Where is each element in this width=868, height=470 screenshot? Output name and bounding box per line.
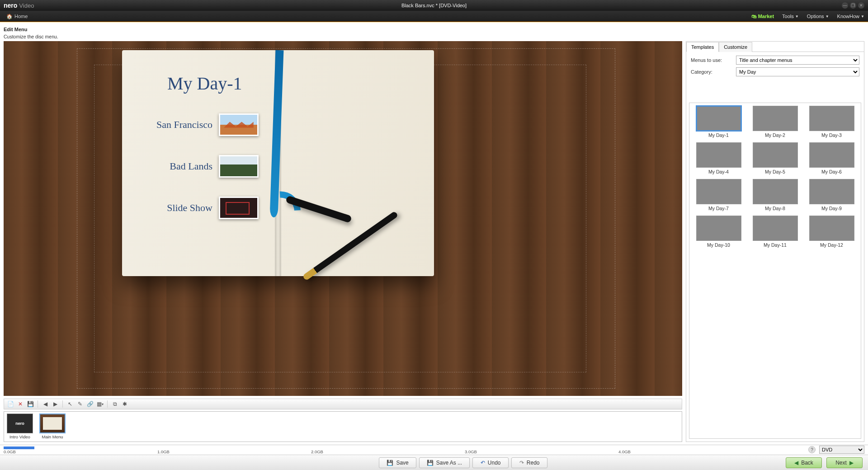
knowhow-menu[interactable]: KnowHow ▼ [837,14,864,19]
template-thumbnail [696,142,741,168]
menu-item-3[interactable]: Slide Show [154,197,259,219]
action-bar: 💾 Save 💾 Save As ... ↶ Undo ↷ Redo ◀ Bac… [0,455,868,470]
menu-item-thumbnail [219,197,259,219]
disc-format-select[interactable]: DVD [819,446,864,454]
menus-to-use-select[interactable]: Title and chapter menus [736,56,859,65]
page-heading: Edit Menu Customize the disc menu. [0,22,868,41]
strip-item-intro[interactable]: nero Intro Video [6,414,34,440]
template-label: My Day-3 [821,132,842,138]
template-item-10[interactable]: My Day-10 [693,216,744,248]
menu-item-thumbnail [219,155,259,178]
template-thumbnail [753,142,798,168]
new-button[interactable]: 📄 [6,400,15,408]
save-icon: 💾 [387,460,393,466]
template-item-8[interactable]: My Day-8 [750,179,801,211]
template-grid: My Day-1My Day-2My Day-3My Day-4My Day-5… [689,103,861,439]
market-button[interactable]: 🛍 Market [751,14,774,19]
next-icon: ▶ [849,460,854,466]
title-bar: nero Video Black Bars.nvc * [DVD-Video] … [0,0,868,11]
save-as-label: Save As ... [436,460,462,466]
capacity-tick: 0.0GB [4,449,16,454]
template-label: My Day-12 [820,242,843,248]
save-disk-button[interactable]: 💾 [26,400,35,408]
action-group-nav: ◀ Back Next ▶ [786,457,863,468]
nav-next-button[interactable]: ▶ [51,400,60,408]
document-title: Black Bars.nvc * [DVD-Video] [401,3,467,8]
template-thumbnail [809,106,854,131]
nav-prev-button[interactable]: ◀ [41,400,50,408]
menu-item-label: San Francisco [154,119,212,131]
delete-button[interactable]: ✕ [16,400,25,408]
capacity-tick: 3.0GB [465,449,477,454]
chevron-down-icon: ▼ [826,14,829,19]
grid-tool[interactable]: ▦▾ [95,400,104,408]
preview-column: My Day-1 San Francisco Bad Lands Slide S… [4,41,682,442]
category-label: Category: [691,69,736,75]
template-label: My Day-7 [708,206,729,211]
template-label: My Day-11 [764,242,787,248]
undo-icon: ↶ [481,460,485,466]
effects-tool[interactable]: ✱ [120,400,129,408]
redo-icon: ↷ [519,460,524,466]
template-item-6[interactable]: My Day-6 [806,142,857,174]
menu-title-text[interactable]: My Day-1 [167,73,242,94]
strip-thumbnail: nero [7,414,33,433]
template-label: My Day-8 [765,206,785,211]
tools-menu[interactable]: Tools ▼ [782,14,799,19]
template-item-5[interactable]: My Day-5 [750,142,801,174]
group-tool[interactable]: ⧉ [110,400,119,408]
template-item-3[interactable]: My Day-3 [806,106,857,138]
category-select[interactable]: My Day [736,67,859,76]
redo-button[interactable]: ↷ Redo [511,457,547,468]
template-thumbnail [753,216,798,241]
menu-preview[interactable]: My Day-1 San Francisco Bad Lands Slide S… [4,41,682,396]
link-tool[interactable]: 🔗 [85,400,94,408]
template-item-1[interactable]: My Day-1 [693,106,744,138]
menu-item-1[interactable]: San Francisco [154,113,259,136]
template-item-2[interactable]: My Day-2 [750,106,801,138]
action-group-center: 💾 Save 💾 Save As ... ↶ Undo ↷ Redo [379,457,547,468]
menu-item-2[interactable]: Bad Lands [154,155,259,178]
page-subtitle: Customize the disc menu. [4,34,864,39]
separator [62,400,63,408]
next-button[interactable]: Next ▶ [826,457,863,468]
template-item-7[interactable]: My Day-7 [693,179,744,211]
tab-customize[interactable]: Customize [719,42,752,52]
help-icon[interactable]: ? [808,446,816,453]
page-title: Edit Menu [4,27,864,32]
menu-item-label: Bad Lands [154,160,212,172]
book-graphic: My Day-1 San Francisco Bad Lands Slide S… [122,50,434,276]
close-icon[interactable]: ✕ [858,2,864,9]
save-as-button[interactable]: 💾 Save As ... [419,457,470,468]
template-item-11[interactable]: My Day-11 [750,216,801,248]
capacity-bar: 0.0GB1.0GB2.0GB3.0GB4.0GB ? DVD [0,445,868,455]
save-button[interactable]: 💾 Save [379,457,416,468]
template-thumbnail [809,142,854,168]
template-label: My Day-10 [707,242,730,248]
capacity-tick: 2.0GB [311,449,323,454]
strip-label: Main Menu [42,434,63,439]
chevron-down-icon: ▼ [795,14,799,19]
chevron-down-icon: ▼ [861,14,864,19]
template-thumbnail [809,216,854,241]
back-label: Back [801,460,813,466]
home-button[interactable]: 🏠 Home [4,13,30,20]
ribbon-graphic [270,50,284,217]
tab-templates[interactable]: Templates [686,42,719,52]
template-item-4[interactable]: My Day-4 [693,142,744,174]
save-label: Save [396,460,408,466]
next-label: Next [835,460,847,466]
market-icon: 🛍 [751,14,756,19]
maximize-icon[interactable]: ❐ [850,2,856,9]
options-menu[interactable]: Options ▼ [807,14,829,19]
minimize-icon[interactable]: — [842,2,848,9]
undo-button[interactable]: ↶ Undo [472,457,509,468]
template-label: My Day-9 [821,206,842,211]
strip-item-main[interactable]: Main Menu [38,414,66,440]
back-button[interactable]: ◀ Back [786,457,822,468]
template-item-9[interactable]: My Day-9 [806,179,857,211]
save-as-icon: 💾 [427,460,434,466]
edit-tool[interactable]: ✎ [75,400,85,408]
template-item-12[interactable]: My Day-12 [806,216,857,248]
pointer-tool[interactable]: ↖ [66,400,75,408]
